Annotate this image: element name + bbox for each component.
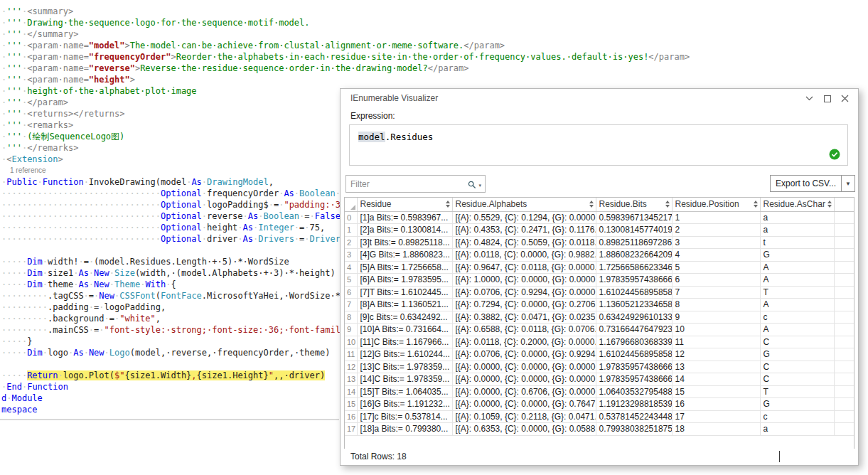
table-cell[interactable]: 2 [672,224,760,237]
table-cell[interactable]: 1.725665866233468 [596,261,672,274]
table-cell[interactable]: 0.13008145774019... [596,224,672,237]
table-cell[interactable]: A [760,261,834,274]
maximize-icon[interactable] [823,94,832,103]
table-cell[interactable]: [{A}: 0.4824, {C}: 0.5059, {G}: 0.0118..… [452,236,596,249]
table-cell[interactable]: 0.53781452243448... [596,410,672,423]
table-cell[interactable]: 9 [672,311,760,324]
table-cell[interactable]: C [760,361,834,373]
table-cell[interactable]: G [760,398,834,411]
table-cell[interactable]: [{A}: 0.0706, {C}: 0.0000, {G}: 0.9294..… [452,348,596,361]
table-cell[interactable]: 17 [672,410,760,423]
table-cell[interactable]: 10 [672,324,760,336]
row-header[interactable]: 8 [345,311,357,324]
column-header-residue-bits[interactable]: Residue.Bits [596,198,672,211]
table-cell[interactable]: 3 [672,236,760,249]
chevron-down-icon[interactable] [804,94,814,103]
table-cell[interactable]: G [760,348,834,361]
column-header-residue[interactable]: Residue [357,198,452,211]
table-cell[interactable]: [1]a Bits:= 0.5983967... [357,211,452,224]
table-cell[interactable]: 11 [672,336,760,348]
table-cell[interactable]: [{A}: 0.0000, {C}: 0.6706, {G}: 0.0000..… [452,385,596,398]
table-cell[interactable]: t [760,236,834,249]
table-cell[interactable]: 6 [672,274,760,287]
table-cell[interactable]: A [760,299,834,311]
table-cell[interactable]: 0.79938038251875... [596,423,672,436]
table-cell[interactable]: 1.16796680368339... [596,336,672,348]
row-header[interactable]: 1 [345,224,357,237]
table-cell[interactable]: [{A}: 0.9647, {C}: 0.0118, {G}: 0.0000..… [452,261,596,274]
table-cell[interactable]: [{A}: 0.4353, {C}: 0.2471, {G}: 0.1176..… [452,224,596,237]
table-cell[interactable]: [14]C Bits:= 1.978359... [357,373,452,386]
table-cell[interactable]: [18]a Bits:= 0.799380... [357,423,452,436]
table-cell[interactable]: [11]C Bits:= 1.167966... [357,336,452,348]
table-cell[interactable]: 8 [672,299,760,311]
table-cell[interactable]: a [760,224,834,237]
table-cell[interactable]: 0.89825118697286... [596,236,672,249]
table-cell[interactable]: 12 [672,348,760,361]
table-cell[interactable]: [{A}: 0.0000, {C}: 0.0000, {G}: 0.7647..… [452,398,596,411]
row-header[interactable]: 5 [345,274,357,287]
table-cell[interactable]: [{A}: 0.0118, {C}: 0.0000, {G}: 0.9882..… [452,249,596,262]
table-cell[interactable]: c [760,410,834,423]
table-cell[interactable]: 0.59839671345217... [596,211,672,224]
select-all-corner[interactable] [345,198,357,211]
row-header[interactable]: 0 [345,211,357,224]
table-cell[interactable]: 18 [672,423,760,436]
table-cell[interactable]: 7 [672,286,760,299]
column-header-residue-alphabets[interactable]: Residue.Alphabets [452,198,596,211]
row-header[interactable]: 10 [345,336,357,348]
table-cell[interactable]: [2]a Bits:= 0.1300814... [357,224,452,237]
row-header[interactable]: 11 [345,348,357,361]
export-dropdown-icon[interactable]: ▼ [841,176,854,191]
table-cell[interactable]: 1.610244568958588 [596,286,672,299]
table-cell[interactable]: a [760,211,834,224]
table-cell[interactable]: [17]c Bits:= 0.537814... [357,410,452,423]
row-header[interactable]: 13 [345,373,357,386]
table-cell[interactable]: 14 [672,373,760,386]
table-cell[interactable]: [{A}: 0.3882, {C}: 0.0471, {G}: 0.0235..… [452,311,596,324]
filter-input[interactable] [346,176,456,191]
table-cell[interactable]: 1.97835957438666... [596,361,672,373]
table-cell[interactable]: [16]G Bits:= 1.191232... [357,398,452,411]
table-cell[interactable]: G [760,249,834,262]
row-header[interactable]: 9 [345,324,357,336]
sort-icon[interactable] [446,201,450,208]
table-cell[interactable]: [{A}: 0.0706, {C}: 0.9294, {G}: 0.0000..… [452,286,596,299]
table-cell[interactable]: T [760,286,834,299]
row-header[interactable]: 3 [345,249,357,262]
table-cell[interactable]: C [760,336,834,348]
table-cell[interactable]: 1.97835957438666... [596,274,672,287]
table-cell[interactable]: A [760,274,834,287]
table-cell[interactable]: [13]C Bits:= 1.978359... [357,361,452,373]
table-cell[interactable]: [{A}: 0.6588, {C}: 0.0118, {G}: 0.0706..… [452,324,596,336]
table-cell[interactable]: 0.63424929610133... [596,311,672,324]
table-cell[interactable]: 1 [672,211,760,224]
row-header[interactable]: 16 [345,410,357,423]
table-cell[interactable]: [15]T Bits:= 1.064035... [357,385,452,398]
row-header[interactable]: 17 [345,423,357,436]
table-cell[interactable]: [{A}: 1.0000, {C}: 0.0000, {G}: 0.0000..… [452,274,596,287]
sort-icon[interactable] [665,201,670,208]
table-cell[interactable]: [7]T Bits:= 1.6102445... [357,286,452,299]
table-cell[interactable]: C [760,373,834,386]
table-cell[interactable]: [4]G Bits:= 1.8860823... [357,249,452,262]
row-header[interactable]: 7 [345,299,357,311]
table-cell[interactable]: [3]t Bits:= 0.89825118... [357,236,452,249]
table-cell[interactable]: [{A}: 0.1059, {C}: 0.2118, {G}: 0.0471..… [452,410,596,423]
row-header[interactable]: 12 [345,361,357,373]
column-header-residue-aschar[interactable]: Residue.AsChar [760,198,834,211]
close-icon[interactable] [840,94,850,103]
table-cell[interactable]: A [760,324,834,336]
table-cell[interactable]: 16 [672,398,760,411]
table-cell[interactable]: 4 [672,249,760,262]
table-cell[interactable]: [{A}: 0.0000, {C}: 0.0000, {G}: 0.0000..… [452,373,596,386]
table-cell[interactable]: 1.88608232664209... [596,249,672,262]
table-cell[interactable]: [{A}: 0.0118, {C}: 0.2000, {G}: 0.0000..… [452,336,596,348]
row-header[interactable]: 2 [345,236,357,249]
sort-icon[interactable] [589,201,594,208]
table-cell[interactable]: [{A}: 0.0000, {C}: 0.0000, {G}: 0.0000..… [452,361,596,373]
export-csv-button[interactable]: Export to CSV... ▼ [770,175,855,192]
table-cell[interactable]: [6]A Bits:= 1.9783595... [357,274,452,287]
table-cell[interactable]: [12]G Bits:= 1.610244... [357,348,452,361]
table-cell[interactable]: 1.97835957438666... [596,373,672,386]
